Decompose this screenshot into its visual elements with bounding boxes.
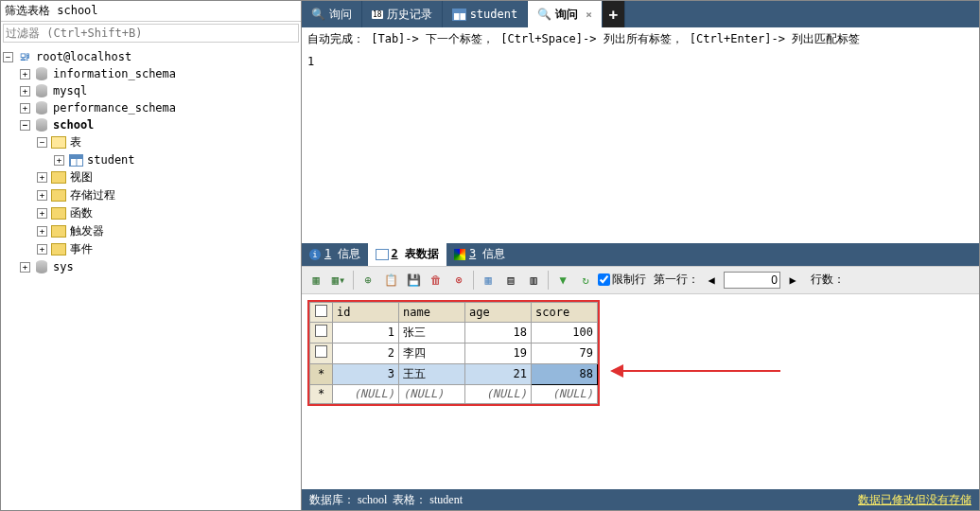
add-row-dropdown[interactable]: ▦▾ <box>328 270 349 291</box>
data-area: id name age score 1 张三 18 100 2 <box>302 294 979 490</box>
col-id[interactable]: id <box>333 302 399 322</box>
expand-icon[interactable]: + <box>20 86 30 97</box>
limit-checkbox[interactable] <box>598 273 610 286</box>
col-age[interactable]: age <box>465 302 532 322</box>
save-button[interactable]: 💾 <box>403 270 424 291</box>
folder-icon <box>51 170 66 185</box>
cell-id[interactable]: 1 <box>333 322 399 343</box>
tree-folder-procedures[interactable]: + 存储过程 <box>3 186 299 204</box>
cell-score-active[interactable]: 88 <box>532 363 598 384</box>
data-grid[interactable]: id name age score 1 张三 18 100 2 <box>309 302 598 404</box>
separator <box>353 271 354 290</box>
filter-button[interactable]: ▼ <box>552 270 573 291</box>
collapse-icon[interactable]: − <box>37 137 47 148</box>
tree-folder-views[interactable]: + 视图 <box>3 168 299 186</box>
result-tabs: i 1 信息 2 表数据 3 信息 <box>302 243 979 266</box>
tree-db-information_schema[interactable]: + information_schema <box>3 65 299 82</box>
view-form-button[interactable]: ▤ <box>500 270 521 291</box>
tree-folder-triggers[interactable]: + 触发器 <box>3 222 299 240</box>
tab-student[interactable]: student <box>443 1 529 27</box>
tab-history[interactable]: 18 历史记录 <box>362 1 443 27</box>
tab-query-2[interactable]: 🔍 询问 × <box>528 1 603 27</box>
expand-icon[interactable]: + <box>37 226 47 237</box>
first-row-label: 第一行： <box>654 272 699 288</box>
first-row-input[interactable] <box>724 272 780 289</box>
prev-page-button[interactable]: ◀ <box>701 270 722 291</box>
collapse-icon[interactable]: − <box>20 120 30 131</box>
query-icon: 🔍 <box>311 8 325 21</box>
cell-null[interactable]: (NULL) <box>465 384 532 403</box>
col-name[interactable]: name <box>399 302 465 322</box>
expand-icon[interactable]: + <box>37 208 47 219</box>
cancel-button[interactable]: ⊗ <box>448 270 469 291</box>
tree-root[interactable]: − 🖳 root@localhost <box>3 48 299 65</box>
main-panel: 🔍 询问 18 历史记录 student 🔍 询问 × + 自动完成： [Tab… <box>302 1 979 510</box>
db-tree: − 🖳 root@localhost + information_schema … <box>1 44 301 510</box>
expand-icon[interactable]: + <box>20 69 30 79</box>
query-icon: 🔍 <box>537 8 551 21</box>
filter-input[interactable] <box>3 24 299 43</box>
cell-null[interactable]: (NULL) <box>399 384 465 403</box>
status-unsaved-warning[interactable]: 数据已修改但没有存储 <box>858 492 971 508</box>
tree-db-sys[interactable]: + sys <box>3 258 299 275</box>
btab-table-data[interactable]: 2 表数据 <box>368 243 446 266</box>
col-score[interactable]: score <box>532 302 598 322</box>
select-all-checkbox[interactable] <box>315 305 327 317</box>
tree-table-student[interactable]: + student <box>3 151 299 168</box>
cell-name[interactable]: 张三 <box>399 322 465 343</box>
add-row-button[interactable]: ▦ <box>306 270 326 291</box>
tree-db-performance_schema[interactable]: + performance_schema <box>3 99 299 116</box>
cell-id[interactable]: 3 <box>333 363 399 384</box>
close-icon[interactable]: × <box>586 9 592 21</box>
row-checkbox[interactable] <box>315 325 327 337</box>
cell-age[interactable]: 21 <box>465 363 532 384</box>
grid-icon <box>376 249 387 260</box>
new-tab-button[interactable]: + <box>603 1 625 27</box>
expand-icon[interactable]: + <box>37 190 47 201</box>
cell-name[interactable]: 王五 <box>399 363 465 384</box>
cell-null[interactable]: (NULL) <box>532 384 598 403</box>
tab-query-1[interactable]: 🔍 询问 <box>302 1 362 27</box>
view-text-button[interactable]: ▥ <box>523 270 544 291</box>
autocomplete-hint: 自动完成： [Tab]-> 下一个标签， [Ctrl+Space]-> 列出所有… <box>302 27 979 51</box>
cell-age[interactable]: 18 <box>465 322 532 343</box>
expand-icon[interactable]: + <box>54 155 64 166</box>
delete-button[interactable]: 🗑 <box>426 270 446 291</box>
tree-folder-tables[interactable]: − 表 <box>3 133 299 151</box>
new-row[interactable]: * (NULL) (NULL) (NULL) (NULL) <box>310 384 598 403</box>
cell-score[interactable]: 100 <box>532 322 598 343</box>
tree-db-mysql[interactable]: + mysql <box>3 82 299 99</box>
copy-button[interactable]: 📋 <box>380 270 401 291</box>
info-color-icon <box>454 249 465 260</box>
folder-open-icon <box>51 135 66 150</box>
filter-title: 筛选表格 school <box>1 1 301 22</box>
expand-icon[interactable]: + <box>37 244 47 255</box>
tree-folder-events[interactable]: + 事件 <box>3 240 299 258</box>
refresh-button[interactable]: ↻ <box>575 270 596 291</box>
line-number: 1 <box>307 55 314 68</box>
separator <box>473 271 474 290</box>
tree-folder-functions[interactable]: + 函数 <box>3 204 299 222</box>
cell-name[interactable]: 李四 <box>399 343 465 363</box>
separator <box>548 271 549 290</box>
cell-score[interactable]: 79 <box>532 343 598 363</box>
data-row[interactable]: 2 李四 19 79 <box>310 343 598 363</box>
data-row[interactable]: 1 张三 18 100 <box>310 322 598 343</box>
row-checkbox[interactable] <box>315 345 327 358</box>
next-page-button[interactable]: ▶ <box>782 270 803 291</box>
insert-button[interactable]: ⊕ <box>358 270 378 291</box>
cell-null[interactable]: (NULL) <box>333 384 399 403</box>
expand-icon[interactable]: + <box>20 262 30 273</box>
expand-icon[interactable]: + <box>37 172 47 183</box>
cell-id[interactable]: 2 <box>333 343 399 363</box>
sql-editor[interactable]: 1 <box>302 51 979 243</box>
view-grid-button[interactable]: ▦ <box>478 270 499 291</box>
collapse-icon[interactable]: − <box>3 52 13 62</box>
btab-info-2[interactable]: 3 信息 <box>446 243 513 266</box>
cell-age[interactable]: 19 <box>465 343 532 363</box>
tree-db-school[interactable]: − school <box>3 116 299 133</box>
data-toolbar: ▦ ▦▾ ⊕ 📋 💾 🗑 ⊗ ▦ ▤ ▥ ▼ ↻ 限制行 第一行： ◀ ▶ 行数… <box>302 266 979 294</box>
data-row-selected[interactable]: * 3 王五 21 88 <box>310 363 598 384</box>
btab-info-1[interactable]: i 1 信息 <box>302 243 368 266</box>
expand-icon[interactable]: + <box>20 103 30 114</box>
